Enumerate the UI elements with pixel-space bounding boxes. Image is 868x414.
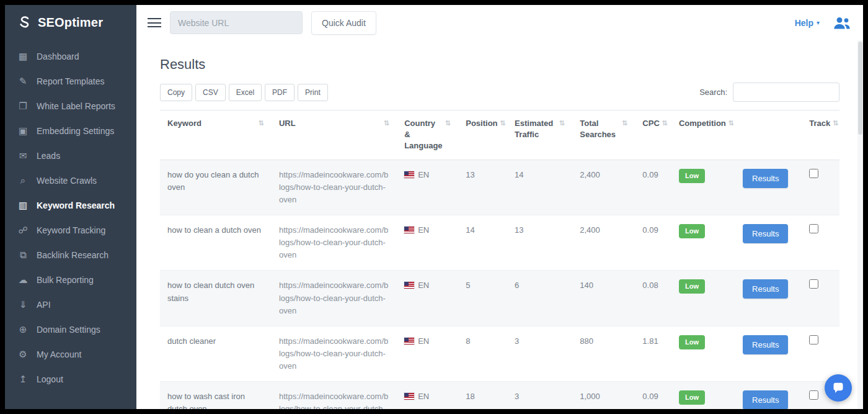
sort-icon[interactable]: ⇅ [559, 118, 565, 127]
column-header-total-searches[interactable]: Total Searches ⇅ [572, 110, 635, 160]
export-button-print[interactable]: Print [298, 84, 328, 101]
url-cell: https://madeincookware.com/blogs/how-to-… [272, 160, 397, 215]
table-row: how to clean a dutch oven https://madein… [160, 215, 839, 270]
sidebar-item-white-label-reports[interactable]: ❐ White Label Reports [5, 94, 136, 119]
total-searches-cell: 2,400 [572, 160, 635, 215]
sort-icon[interactable]: ⇅ [662, 118, 668, 127]
embedding-settings-icon: ▣ [17, 125, 29, 137]
url-cell: https://madeincookware.com/blogs/how-to-… [272, 271, 397, 326]
sidebar-item-api[interactable]: ⇓ API [5, 292, 136, 317]
sidebar-item-label: API [37, 300, 51, 310]
export-button-copy[interactable]: Copy [160, 84, 192, 101]
results-button[interactable]: Results [743, 390, 788, 409]
content-area: Results Copy CSV Excel PDF Print Search: [136, 40, 863, 409]
vertical-scrollbar[interactable] [857, 40, 863, 409]
topbar-right: Help ▾ [795, 16, 852, 30]
results-cell: Results [735, 160, 802, 215]
table-search-input[interactable] [733, 83, 839, 102]
position-cell: 14 [458, 215, 507, 270]
column-header-label: Total Searches [580, 118, 619, 140]
column-header-estimated-traffic[interactable]: Estimated Traffic ⇅ [507, 110, 572, 160]
results-button[interactable]: Results [743, 335, 788, 354]
brand-logo[interactable]: SEOptimer [5, 5, 136, 40]
competition-cell: Low [671, 382, 735, 409]
search-box: Search: [699, 83, 839, 102]
competition-badge: Low [679, 169, 705, 183]
sidebar-item-logout[interactable]: ↥ Logout [5, 367, 136, 392]
sidebar-item-label: Keyword Research [37, 200, 115, 210]
competition-cell: Low [671, 160, 735, 215]
competition-badge: Low [679, 279, 705, 294]
column-header-track[interactable]: Track ⇅ [802, 110, 839, 160]
sidebar-item-keyword-research[interactable]: ▥ Keyword Research [5, 193, 136, 218]
chat-widget-button[interactable] [825, 374, 852, 402]
track-checkbox[interactable] [809, 279, 818, 289]
sidebar-item-dashboard[interactable]: ▦ Dashboard [5, 44, 136, 69]
sort-icon[interactable]: ⇅ [259, 118, 264, 127]
column-header-keyword[interactable]: Keyword ⇅ [160, 110, 272, 160]
position-cell: 13 [458, 160, 507, 215]
website-url-input[interactable] [170, 11, 303, 34]
sidebar-item-label: Leads [37, 151, 60, 161]
sort-icon[interactable]: ⇅ [384, 118, 389, 127]
column-header-label: Track [809, 118, 830, 129]
column-header-country-language[interactable]: Country & Language ⇅ [397, 110, 458, 160]
table-header-row: Keyword ⇅ URL ⇅ Country & Language ⇅ Pos… [160, 110, 839, 160]
competition-badge: Low [679, 335, 705, 349]
sort-icon[interactable]: ⇅ [622, 118, 627, 127]
seoptimer-logo-icon [16, 14, 32, 30]
column-header-url[interactable]: URL ⇅ [272, 110, 397, 160]
sidebar-item-website-crawls[interactable]: ⌕ Website Crawls [5, 168, 136, 193]
page-title: Results [160, 56, 839, 73]
competition-badge: Low [679, 390, 705, 405]
column-header-position[interactable]: Position ⇅ [458, 110, 507, 160]
sort-icon[interactable]: ⇅ [500, 118, 506, 127]
results-button[interactable]: Results [743, 279, 788, 299]
sidebar: SEOptimer ▦ Dashboard ✎ Report Templates… [5, 5, 136, 409]
topbar: Quick Audit Help ▾ [136, 5, 863, 40]
sort-icon[interactable]: ⇅ [445, 118, 451, 127]
url-cell: https://madeincookware.com/blogs/how-to-… [272, 382, 397, 409]
sidebar-item-embedding-settings[interactable]: ▣ Embedding Settings [5, 119, 136, 143]
sidebar-item-report-templates[interactable]: ✎ Report Templates [5, 69, 136, 94]
scrollbar-thumb[interactable] [858, 42, 862, 135]
position-cell: 5 [458, 271, 507, 326]
keyword-cell: dutch cleaner [160, 326, 272, 381]
track-checkbox[interactable] [809, 390, 818, 400]
chevron-down-icon: ▾ [817, 20, 820, 26]
position-cell: 18 [458, 382, 507, 409]
hamburger-menu-icon[interactable] [148, 18, 161, 27]
sidebar-item-keyword-tracking[interactable]: ☍ Keyword Tracking [5, 218, 136, 243]
column-header-competition[interactable]: Competition ⇅ [671, 110, 735, 160]
sort-icon[interactable]: ⇅ [833, 118, 838, 127]
export-button-csv[interactable]: CSV [195, 84, 226, 101]
column-header-cpc[interactable]: CPC ⇅ [635, 110, 671, 160]
sidebar-item-my-account[interactable]: ⚙ My Account [5, 342, 136, 367]
help-dropdown[interactable]: Help ▾ [795, 18, 820, 28]
track-checkbox[interactable] [809, 224, 818, 233]
chat-bubble-icon [832, 382, 844, 394]
sidebar-item-label: Report Templates [37, 76, 104, 86]
account-users-icon[interactable] [832, 16, 852, 30]
sidebar-item-backlink-research[interactable]: ⧉ Backlink Research [5, 243, 136, 268]
column-header-label: CPC [642, 118, 659, 129]
sidebar-item-leads[interactable]: ✉ Leads [5, 143, 136, 168]
results-button[interactable]: Results [743, 169, 788, 188]
sidebar-item-label: Bulk Reporting [37, 275, 94, 285]
table-row: how to clean dutch oven stains https://m… [160, 271, 839, 326]
competition-cell: Low [671, 215, 735, 270]
results-button[interactable]: Results [743, 224, 788, 243]
export-button-pdf[interactable]: PDF [265, 84, 294, 101]
column-header-label: Country & Language [404, 118, 443, 152]
sort-icon[interactable]: ⇅ [728, 118, 734, 127]
track-checkbox[interactable] [809, 169, 818, 178]
export-button-excel[interactable]: Excel [229, 84, 262, 101]
sidebar-item-bulk-reporting[interactable]: ☁ Bulk Reporting [5, 268, 136, 292]
keyword-cell: how do you clean a dutch oven [160, 160, 272, 215]
keyword-cell: how to wash cast iron dutch oven [160, 382, 272, 409]
sidebar-item-domain-settings[interactable]: ⊕ Domain Settings [5, 317, 136, 342]
column-header-label: Keyword [167, 118, 256, 129]
track-checkbox[interactable] [809, 335, 818, 344]
column-header-actions[interactable] [735, 110, 802, 160]
quick-audit-button[interactable]: Quick Audit [311, 11, 376, 35]
